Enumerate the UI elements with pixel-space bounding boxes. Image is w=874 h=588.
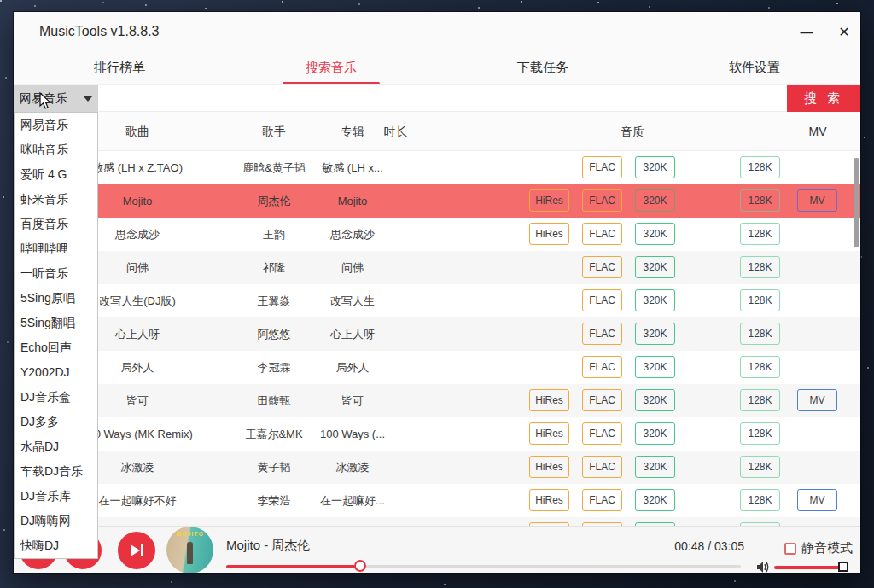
quality-chip-128k[interactable]: 128K xyxy=(740,456,780,478)
duration-cell xyxy=(372,417,419,451)
quality-chip-flac[interactable]: FLAC xyxy=(582,189,622,212)
source-select[interactable]: 网易音乐 xyxy=(14,85,98,112)
time-display: 00:48 / 03:05 xyxy=(642,539,744,553)
tab-label: 搜索音乐 xyxy=(306,60,357,74)
source-option[interactable]: DJ音乐库 xyxy=(15,484,97,509)
table-row[interactable]: 100 Ways (MK Remix)王嘉尔&MK100 Ways (...Hi… xyxy=(14,417,860,451)
quality-chip-128k[interactable]: 128K xyxy=(740,156,780,178)
quality-chip-128k[interactable]: 128K xyxy=(740,289,780,311)
table-row[interactable]: 思念成沙王韵思念成沙HiResFLAC320K128K xyxy=(14,218,860,251)
mute-label: 静音模式 xyxy=(801,540,853,556)
table-row[interactable]: 皆可田馥甄皆可HiResFLAC320K128KMV xyxy=(14,384,860,417)
quality-chip-hires[interactable]: HiRes xyxy=(529,422,569,445)
tab-download[interactable]: 下载任务 xyxy=(437,53,649,84)
source-dropdown-list: 网易音乐咪咕音乐爱听 4 G虾米音乐百度音乐哔哩哔哩一听音乐5Sing原唱5Si… xyxy=(14,112,98,559)
source-option[interactable]: 一听音乐 xyxy=(15,261,97,286)
table-row[interactable]: 问佛祁隆问佛FLAC320K128K xyxy=(14,251,860,284)
quality-chip-320k[interactable]: 320K xyxy=(635,189,675,212)
quality-chip-hires[interactable]: HiRes xyxy=(529,456,569,478)
next-track-button[interactable] xyxy=(118,532,155,569)
source-option[interactable]: 5Sing翻唱 xyxy=(15,311,97,335)
source-option[interactable]: DJ音乐盒 xyxy=(15,385,97,410)
quality-chip-flac[interactable]: FLAC xyxy=(582,356,622,378)
quality-chip-hires[interactable]: HiRes xyxy=(529,223,569,245)
quality-chip-128k[interactable]: 128K xyxy=(740,223,780,245)
mv-button[interactable]: MV xyxy=(797,489,837,511)
quality-chip-128k[interactable]: 128K xyxy=(740,323,780,345)
mute-checkbox[interactable] xyxy=(784,543,796,555)
source-option[interactable]: 水晶DJ xyxy=(15,434,97,459)
app-window: MusicTools v1.8.8.3 — ✕ 排行榜单搜索音乐下载任务软件设置… xyxy=(14,12,860,573)
tab-settings[interactable]: 软件设置 xyxy=(649,53,860,84)
quality-chip-flac[interactable]: FLAC xyxy=(582,389,622,411)
quality-chip-320k[interactable]: 320K xyxy=(635,356,675,378)
quality-chip-320k[interactable]: 320K xyxy=(635,422,675,445)
table-row[interactable]: HiResFLAC320K128K xyxy=(14,517,860,526)
table-row[interactable]: 心上人呀阿悠悠心上人呀FLAC320K128K xyxy=(14,317,860,351)
quality-chip-hires[interactable]: HiRes xyxy=(529,189,569,212)
source-option[interactable]: 5Sing原唱 xyxy=(15,286,97,311)
source-option[interactable]: 百度音乐 xyxy=(15,212,97,236)
quality-chip-flac[interactable]: FLAC xyxy=(582,223,622,245)
quality-chip-320k[interactable]: 320K xyxy=(635,489,675,511)
quality-chip-320k[interactable]: 320K xyxy=(635,289,675,311)
volume-slider[interactable] xyxy=(774,566,843,569)
table-row[interactable]: Mojito周杰伦MojitoHiResFLAC320K128KMV xyxy=(14,184,860,218)
source-option[interactable]: Echo回声 xyxy=(15,335,97,360)
source-option[interactable]: Y2002DJ xyxy=(15,360,97,385)
progress-bar[interactable] xyxy=(226,565,741,568)
quality-chip-flac[interactable]: FLAC xyxy=(582,456,622,478)
source-option[interactable]: DJ嗨嗨网 xyxy=(15,509,97,533)
quality-chip-flac[interactable]: FLAC xyxy=(582,422,622,445)
source-option[interactable]: 爱听 4 G xyxy=(15,162,97,187)
table-row[interactable]: 在一起嘛好不好李荣浩在一起嘛好...HiResFLAC320K128KMV xyxy=(14,484,860,517)
scrollbar-thumb[interactable] xyxy=(854,158,859,247)
source-option[interactable]: 哔哩哔哩 xyxy=(15,236,97,261)
source-option[interactable]: 快嗨DJ xyxy=(15,533,97,558)
duration-cell xyxy=(372,517,419,526)
table-row[interactable]: 冰激凌黄子韬冰激凌HiResFLAC320K128K xyxy=(14,451,860,484)
quality-chip-hires[interactable]: HiRes xyxy=(529,389,569,411)
source-option[interactable]: 咪咕音乐 xyxy=(15,137,97,162)
source-option[interactable]: DJ多多 xyxy=(15,410,97,434)
tab-ranking[interactable]: 排行榜单 xyxy=(14,53,225,84)
search-input[interactable] xyxy=(98,85,787,111)
speaker-icon[interactable] xyxy=(756,561,771,573)
tab-search[interactable]: 搜索音乐 xyxy=(225,53,437,84)
quality-chip-320k[interactable]: 320K xyxy=(635,223,675,245)
quality-chip-320k[interactable]: 320K xyxy=(635,256,675,278)
source-option[interactable]: 网易音乐 xyxy=(15,113,97,137)
volume-knob[interactable] xyxy=(838,562,848,572)
quality-chip-320k[interactable]: 320K xyxy=(635,456,675,478)
source-option[interactable]: 虾米音乐 xyxy=(15,187,97,212)
table-row[interactable]: 局外人李冠霖局外人FLAC320K128K xyxy=(14,351,860,384)
quality-chip-128k[interactable]: 128K xyxy=(740,489,780,511)
quality-chip-flac[interactable]: FLAC xyxy=(582,323,622,345)
table-row[interactable]: 改写人生(DJ版)王翼焱改写人生FLAC320K128K xyxy=(14,284,860,317)
mv-button[interactable]: MV xyxy=(797,389,837,411)
quality-chip-hires[interactable]: HiRes xyxy=(529,489,569,511)
quality-chip-128k[interactable]: 128K xyxy=(740,256,780,278)
quality-chip-128k[interactable]: 128K xyxy=(740,389,780,411)
column-header-quality: 音质 xyxy=(577,112,688,151)
search-button[interactable]: 搜 索 xyxy=(787,85,860,112)
duration-cell xyxy=(372,218,419,251)
quality-chip-flac[interactable]: FLAC xyxy=(582,256,622,278)
quality-chip-128k[interactable]: 128K xyxy=(740,189,780,212)
quality-chip-320k[interactable]: 320K xyxy=(635,323,675,345)
table-row[interactable]: 敏感 (LH x Z.TAO)鹿晗&黄子韬敏感 (LH x...FLAC320K… xyxy=(14,151,860,184)
quality-chip-128k[interactable]: 128K xyxy=(740,356,780,378)
source-option[interactable]: 车载DJ音乐 xyxy=(15,459,97,484)
progress-knob[interactable] xyxy=(354,560,366,572)
mv-button[interactable]: MV xyxy=(797,189,837,212)
quality-chip-flac[interactable]: FLAC xyxy=(582,289,622,311)
quality-chip-128k[interactable]: 128K xyxy=(740,422,780,445)
quality-chip-320k[interactable]: 320K xyxy=(635,389,675,411)
quality-chip-320k[interactable]: 320K xyxy=(635,156,675,178)
search-row: 网易音乐 搜 索 xyxy=(14,85,860,112)
quality-chip-flac[interactable]: FLAC xyxy=(582,489,622,511)
album-art-title: MOJITO xyxy=(166,531,213,537)
minimize-button[interactable]: — xyxy=(792,20,821,44)
quality-chip-flac[interactable]: FLAC xyxy=(582,156,622,178)
close-button[interactable]: ✕ xyxy=(830,20,859,44)
